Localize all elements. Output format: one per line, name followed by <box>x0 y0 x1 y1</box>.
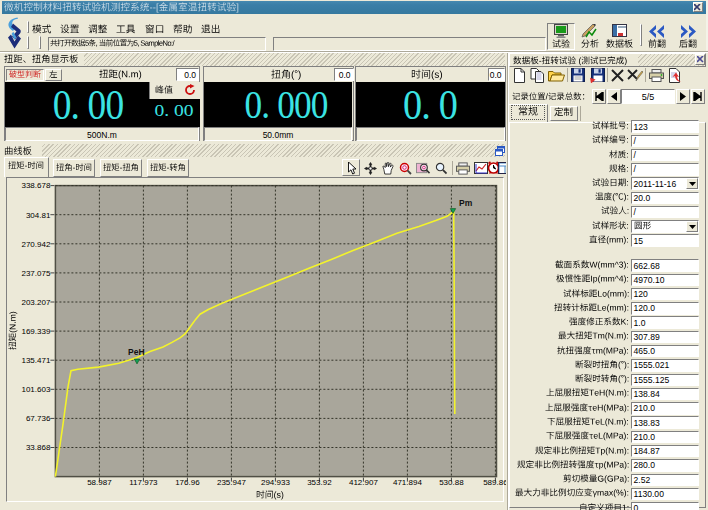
svg-text:203.207: 203.207 <box>21 298 50 307</box>
svg-text:237.075: 237.075 <box>21 269 50 278</box>
svg-text:33.868: 33.868 <box>26 443 51 452</box>
svg-text:294.933: 294.933 <box>261 478 290 487</box>
svg-text:338.678: 338.678 <box>21 181 50 190</box>
svg-text:58.987: 58.987 <box>87 478 112 487</box>
svg-text:117.973: 117.973 <box>129 478 158 487</box>
svg-text:235.947: 235.947 <box>217 478 246 487</box>
svg-text:589.86: 589.86 <box>483 478 508 487</box>
svg-text:176.96: 176.96 <box>175 478 200 487</box>
svg-text:67.736: 67.736 <box>26 414 51 423</box>
svg-text:101.603: 101.603 <box>21 385 50 394</box>
svg-text:530.88: 530.88 <box>439 478 464 487</box>
svg-text:169.339: 169.339 <box>21 327 50 336</box>
svg-text:135.471: 135.471 <box>21 356 50 365</box>
svg-text:353.92: 353.92 <box>307 478 332 487</box>
svg-text:304.81: 304.81 <box>26 211 51 220</box>
svg-text:412.907: 412.907 <box>349 478 378 487</box>
svg-text:270.942: 270.942 <box>21 240 50 249</box>
svg-text:PeH: PeH <box>128 347 145 357</box>
svg-text:471.894: 471.894 <box>393 478 422 487</box>
svg-text:Pm: Pm <box>459 198 473 208</box>
